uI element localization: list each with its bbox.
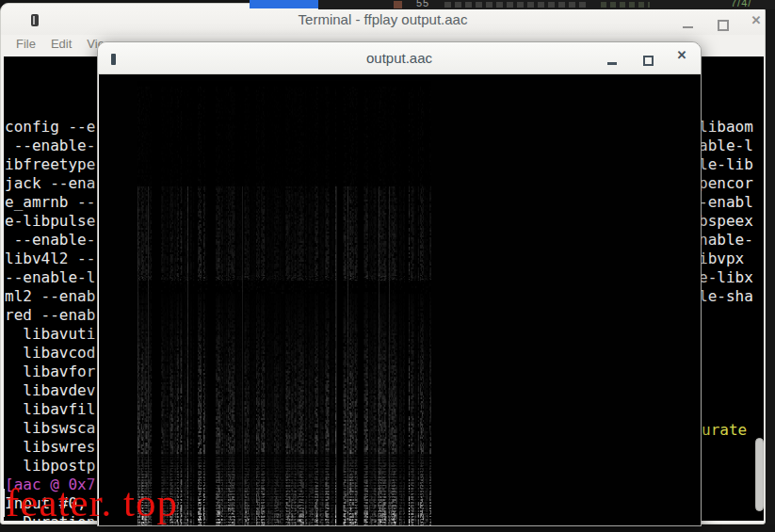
background-text-fragment: 7/4/ [731,0,751,8]
terminal-line: libavfil [5,400,95,419]
terminal-line: libavfor [5,363,95,381]
terminal-output-right: libaomable-lle-libpencor-enablbspeexnabl… [699,61,764,306]
terminal-line: ibvpx [699,250,764,268]
terminal-line: nable- [699,231,764,250]
background-window-right-strip [766,0,775,532]
terminal-line: --enable- [5,137,95,155]
terminal-line: le-lib [699,155,764,174]
terminal-line: --enable-l [5,268,95,287]
terminal-line: jack --ena [5,174,95,193]
terminal-scrollbar-thumb[interactable] [755,438,764,511]
terminal-line: config --e [5,118,95,137]
background-icon-fragment [394,1,402,8]
minimize-button[interactable] [603,50,623,69]
terminal-cursor [2,489,5,517]
terminal-line: libswsca [5,419,95,438]
terminal-line: libaom [699,118,764,137]
terminal-line: libpostp [5,457,95,476]
terminal-line: libavdev [5,381,95,400]
terminal-line: ml2 --enab [5,287,95,306]
close-button[interactable]: ✕ [671,48,692,62]
background-text-fragment [601,2,650,8]
terminal-line: -enabl [699,193,764,212]
terminal-line: e_amrnb -- [5,193,95,212]
menu-item[interactable]: File [16,37,36,51]
audio-spectrum-visualization [137,81,431,525]
background-window-top-strip: 55 7/4/ [318,0,775,9]
terminal-warning-fragment: urate [702,421,747,439]
background-text-fragment: 55 [416,0,429,8]
terminal-line: libavcod [5,344,95,363]
terminal-line: pencor [699,174,764,193]
maximize-button[interactable] [638,50,659,69]
minimize-button[interactable] [678,16,699,35]
menu-item[interactable]: Edit [51,37,72,51]
terminal-line: bspeex [699,212,764,231]
terminal-line: --enable- [5,231,95,250]
terminal-line: e-libpulse [5,212,95,231]
terminal-line: red --enab [5,306,95,325]
close-button[interactable]: ✕ [746,13,767,32]
background-window-blue-fragment [250,0,318,8]
terminal-line: libavuti [5,325,95,344]
terminal-line: libswres [5,438,95,457]
terminal-line: le-sha [699,287,764,306]
ffplay-window: output.aac ✕ [97,41,702,526]
watermark-text: feater. top [6,479,178,525]
terminal-line: libv4l2 -- [5,250,95,268]
maximize-button[interactable] [713,16,734,35]
background-text-fragment [444,2,586,8]
screen: Terminal - ffplay output.aac ✕ FileEditV… [0,0,775,532]
terminal-line: e-libx [699,268,764,287]
terminal-title: Terminal - ffplay output.aac [1,11,765,27]
ffplay-video-area[interactable] [99,74,701,525]
terminal-line: ibfreetype [5,155,95,174]
ffplay-titlebar[interactable]: output.aac ✕ [98,42,701,74]
terminal-output-left: config --e --enable-ibfreetypejack --ena… [5,61,95,521]
terminal-line: able-l [699,137,764,155]
